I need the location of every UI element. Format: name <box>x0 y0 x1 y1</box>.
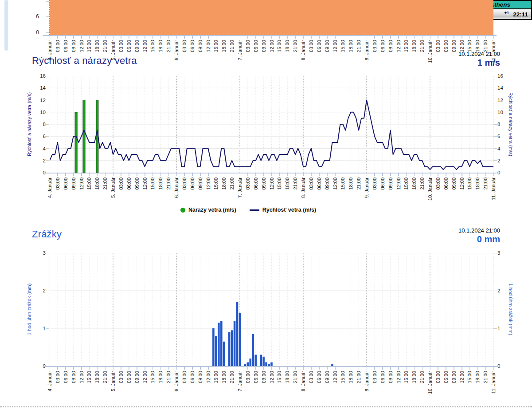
x-axis-tick <box>137 367 137 370</box>
x-tick-label: 18:00 <box>411 371 417 383</box>
gust-dot-icon <box>180 208 185 213</box>
x-tick-label: 03:00 <box>55 40 60 52</box>
x-axis-tick <box>374 36 375 39</box>
x-tick-label: 15:00 <box>86 371 92 383</box>
x-axis-tick <box>184 36 185 39</box>
x-axis-tick <box>271 36 272 39</box>
x-tick-label: 06:00 <box>380 40 385 52</box>
x-axis-tick <box>105 173 106 176</box>
x-axis-tick <box>160 173 161 176</box>
precip-bar <box>262 357 265 366</box>
x-tick-label: 09:00 <box>134 40 140 52</box>
x-axis-tick <box>97 36 98 39</box>
x-tick-label: 12:00 <box>396 40 401 52</box>
x-axis-tick <box>73 367 74 370</box>
y-tick-label: 10 <box>27 109 46 115</box>
y-axis-dash <box>46 124 49 125</box>
x-tick-label: 03:00 <box>55 371 60 383</box>
x-axis-tick <box>287 173 288 176</box>
x-axis-tick <box>343 36 344 39</box>
x-tick-label: 18:00 <box>348 177 353 190</box>
x-axis-tick <box>200 36 201 39</box>
precip-bar <box>220 321 223 366</box>
top-area-fill <box>50 0 493 35</box>
x-tick-label: 15:00 <box>277 40 282 52</box>
y-axis-dash <box>46 88 49 88</box>
x-tick-label: 9. Január <box>364 40 369 60</box>
legend-item-speed: Rýchlosť vetra (m/s) <box>250 207 316 213</box>
x-tick-label: 18:00 <box>285 177 290 190</box>
x-tick-label: 6. Január <box>174 371 179 391</box>
top-day-gridline <box>49 0 50 35</box>
x-axis-tick <box>57 36 58 39</box>
x-axis-tick <box>89 36 90 39</box>
x-axis-tick <box>176 367 177 370</box>
x-axis-tick <box>335 367 336 370</box>
y-axis-dash <box>46 328 49 329</box>
x-tick-label: 5. Január <box>110 40 116 60</box>
x-tick-label: 12:00 <box>396 371 401 383</box>
precip-timestamp-block: 10.1.2024 21:00 0 mm <box>458 227 500 244</box>
x-tick-label: 03:00 <box>245 40 250 52</box>
x-axis-tick <box>263 367 264 370</box>
x-axis-tick <box>335 36 336 39</box>
x-axis-tick <box>247 173 248 176</box>
x-tick-label: 21:00 <box>229 40 235 52</box>
x-tick-label: 06:00 <box>126 40 132 52</box>
x-axis-tick <box>485 367 486 370</box>
x-tick-label: 15:00 <box>467 40 472 52</box>
x-tick-label: 18:00 <box>411 40 417 52</box>
x-tick-label: 21:00 <box>166 371 171 383</box>
x-tick-label: 18:00 <box>158 371 163 383</box>
y-tick-label: 8 <box>27 121 46 127</box>
precip-bar <box>223 342 225 366</box>
x-tick-label: 15:00 <box>403 40 409 52</box>
x-tick-label: 15:00 <box>150 371 155 383</box>
x-tick-label: 21:00 <box>483 40 488 52</box>
x-tick-label: 5. Január <box>110 177 116 198</box>
x-axis-tick <box>153 367 153 370</box>
x-axis-tick <box>192 367 193 370</box>
x-axis-tick <box>271 367 272 370</box>
x-axis-tick <box>232 36 233 39</box>
x-axis-tick <box>208 36 209 39</box>
x-tick-label: 06:00 <box>63 177 68 190</box>
x-axis-tick <box>374 173 375 176</box>
x-tick-label: 06:00 <box>443 40 449 52</box>
x-axis-tick <box>438 367 438 370</box>
x-tick-label: 03:00 <box>245 371 250 383</box>
x-tick-label: 12:00 <box>459 177 465 190</box>
x-axis-tick <box>351 36 352 39</box>
x-tick-label: 12:00 <box>142 177 148 190</box>
x-axis-tick <box>303 173 304 176</box>
x-tick-label: 09:00 <box>261 40 266 52</box>
x-tick-label: 12:00 <box>459 371 465 383</box>
x-axis-tick <box>390 36 391 39</box>
x-axis-tick <box>255 173 256 176</box>
y-axis-dash <box>46 160 49 161</box>
x-tick-label: 03:00 <box>118 177 124 190</box>
x-tick-label: 18:00 <box>475 371 480 383</box>
dotted-divider <box>0 406 532 407</box>
x-tick-label: 12:00 <box>206 177 211 190</box>
x-axis-tick <box>351 173 352 176</box>
precip-bar <box>254 355 257 367</box>
x-axis-tick <box>382 36 383 39</box>
x-tick-label: 06:00 <box>63 40 68 52</box>
x-tick-label: 8. Január <box>301 40 306 60</box>
x-axis-tick <box>57 173 58 176</box>
wind-chart <box>50 76 493 173</box>
x-tick-label: 06:00 <box>63 371 68 383</box>
x-axis-tick <box>176 36 177 39</box>
x-axis-tick <box>50 367 51 370</box>
x-axis-tick <box>382 367 383 370</box>
x-axis-tick <box>303 36 304 39</box>
x-axis-tick <box>176 173 177 176</box>
x-tick-label: 15:00 <box>340 177 345 190</box>
precip-bar <box>236 302 239 367</box>
x-tick-label: 11. Január <box>491 40 496 63</box>
x-tick-label: 21:00 <box>293 177 298 190</box>
y-tick-label-right: 1 <box>497 325 511 331</box>
left-scroll-strip <box>4 0 8 51</box>
x-axis-tick <box>137 36 137 39</box>
